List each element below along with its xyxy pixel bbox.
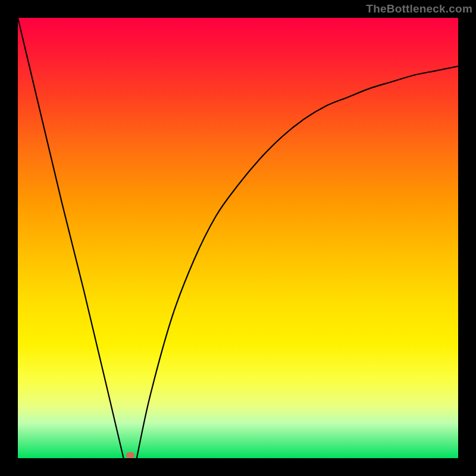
optimum-marker — [126, 452, 134, 458]
plot-area — [18, 18, 458, 458]
bottleneck-curve — [18, 18, 458, 458]
credit-text: TheBottleneck.com — [366, 2, 472, 15]
chart-frame: TheBottleneck.com — [0, 0, 476, 476]
